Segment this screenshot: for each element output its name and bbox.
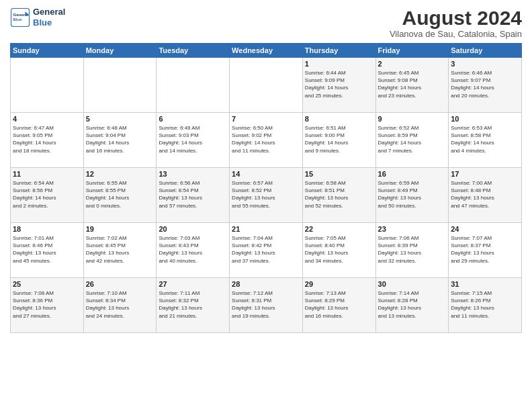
week-row-1: 1Sunrise: 6:44 AM Sunset: 9:09 PM Daylig… — [11, 58, 522, 113]
day-number: 16 — [378, 170, 447, 178]
day-number: 22 — [305, 225, 373, 233]
col-monday: Monday — [83, 44, 157, 58]
table-cell: 15Sunrise: 6:58 AM Sunset: 8:51 PM Dayli… — [302, 168, 375, 223]
table-cell — [83, 58, 157, 113]
day-info: Sunrise: 7:05 AM Sunset: 8:40 PM Dayligh… — [305, 234, 373, 265]
logo-text-blue: Blue — [33, 17, 65, 28]
table-cell: 31Sunrise: 7:15 AM Sunset: 8:26 PM Dayli… — [449, 278, 522, 333]
day-info: Sunrise: 7:04 AM Sunset: 8:42 PM Dayligh… — [232, 234, 300, 265]
day-info: Sunrise: 6:55 AM Sunset: 8:55 PM Dayligh… — [86, 179, 154, 210]
day-number: 15 — [305, 170, 373, 178]
day-number: 7 — [232, 115, 300, 123]
col-thursday: Thursday — [302, 44, 375, 58]
table-cell: 13Sunrise: 6:56 AM Sunset: 8:54 PM Dayli… — [157, 168, 230, 223]
table-cell: 22Sunrise: 7:05 AM Sunset: 8:40 PM Dayli… — [302, 223, 375, 278]
table-cell — [157, 58, 230, 113]
col-wednesday: Wednesday — [230, 44, 303, 58]
week-row-4: 18Sunrise: 7:01 AM Sunset: 8:46 PM Dayli… — [11, 223, 522, 278]
logo-icon: General Blue — [10, 7, 30, 28]
day-number: 28 — [232, 280, 300, 288]
day-info: Sunrise: 6:53 AM Sunset: 8:58 PM Dayligh… — [451, 124, 519, 154]
day-info: Sunrise: 7:10 AM Sunset: 8:34 PM Dayligh… — [86, 289, 154, 320]
day-number: 11 — [13, 170, 81, 178]
table-cell: 10Sunrise: 6:53 AM Sunset: 8:58 PM Dayli… — [449, 113, 522, 168]
calendar-table: Sunday Monday Tuesday Wednesday Thursday… — [10, 43, 522, 333]
day-info: Sunrise: 7:12 AM Sunset: 8:31 PM Dayligh… — [232, 289, 300, 320]
day-number: 31 — [451, 280, 519, 288]
logo: General Blue General Blue — [10, 7, 65, 28]
col-saturday: Saturday — [449, 44, 522, 58]
day-info: Sunrise: 7:06 AM Sunset: 8:39 PM Dayligh… — [378, 234, 447, 265]
day-number: 3 — [451, 60, 519, 68]
table-cell: 30Sunrise: 7:14 AM Sunset: 8:28 PM Dayli… — [375, 278, 449, 333]
page-container: General Blue General Blue August 2024 Vi… — [0, 0, 532, 411]
table-cell: 20Sunrise: 7:03 AM Sunset: 8:43 PM Dayli… — [157, 223, 230, 278]
table-cell: 8Sunrise: 6:51 AM Sunset: 9:00 PM Daylig… — [302, 113, 375, 168]
day-number: 12 — [86, 170, 154, 178]
day-number: 20 — [159, 225, 227, 233]
day-info: Sunrise: 7:15 AM Sunset: 8:26 PM Dayligh… — [451, 289, 519, 320]
svg-marker-3 — [26, 11, 30, 15]
table-cell: 11Sunrise: 6:54 AM Sunset: 8:56 PM Dayli… — [11, 168, 84, 223]
day-info: Sunrise: 7:13 AM Sunset: 8:29 PM Dayligh… — [305, 289, 373, 320]
table-cell: 6Sunrise: 6:49 AM Sunset: 9:03 PM Daylig… — [157, 113, 230, 168]
table-cell: 24Sunrise: 7:07 AM Sunset: 8:37 PM Dayli… — [449, 223, 522, 278]
month-year-title: August 2024 — [390, 7, 522, 29]
day-number: 14 — [232, 170, 300, 178]
svg-text:Blue: Blue — [13, 17, 23, 21]
day-number: 4 — [13, 115, 81, 123]
day-number: 19 — [86, 225, 154, 233]
table-cell — [230, 58, 303, 113]
week-row-3: 11Sunrise: 6:54 AM Sunset: 8:56 PM Dayli… — [11, 168, 522, 223]
day-info: Sunrise: 7:07 AM Sunset: 8:37 PM Dayligh… — [451, 234, 519, 265]
table-cell: 26Sunrise: 7:10 AM Sunset: 8:34 PM Dayli… — [83, 278, 157, 333]
title-block: August 2024 Vilanova de Sau, Catalonia, … — [390, 7, 522, 39]
calendar-body: 1Sunrise: 6:44 AM Sunset: 9:09 PM Daylig… — [11, 58, 522, 333]
day-number: 17 — [451, 170, 519, 178]
day-info: Sunrise: 6:46 AM Sunset: 9:07 PM Dayligh… — [451, 69, 519, 99]
table-cell: 16Sunrise: 6:59 AM Sunset: 8:49 PM Dayli… — [375, 168, 449, 223]
day-info: Sunrise: 6:57 AM Sunset: 8:52 PM Dayligh… — [232, 179, 300, 210]
day-info: Sunrise: 6:45 AM Sunset: 9:08 PM Dayligh… — [378, 69, 447, 99]
table-cell: 23Sunrise: 7:06 AM Sunset: 8:39 PM Dayli… — [375, 223, 449, 278]
col-sunday: Sunday — [11, 44, 84, 58]
day-number: 18 — [13, 225, 81, 233]
table-cell: 14Sunrise: 6:57 AM Sunset: 8:52 PM Dayli… — [230, 168, 303, 223]
day-info: Sunrise: 7:02 AM Sunset: 8:45 PM Dayligh… — [86, 234, 154, 265]
day-info: Sunrise: 6:56 AM Sunset: 8:54 PM Dayligh… — [159, 179, 227, 210]
location-subtitle: Vilanova de Sau, Catalonia, Spain — [390, 29, 522, 39]
week-row-2: 4Sunrise: 6:47 AM Sunset: 9:05 PM Daylig… — [11, 113, 522, 168]
day-info: Sunrise: 7:11 AM Sunset: 8:32 PM Dayligh… — [159, 289, 227, 320]
day-info: Sunrise: 7:03 AM Sunset: 8:43 PM Dayligh… — [159, 234, 227, 265]
day-number: 1 — [305, 60, 373, 68]
day-number: 30 — [378, 280, 447, 288]
table-cell: 19Sunrise: 7:02 AM Sunset: 8:45 PM Dayli… — [83, 223, 157, 278]
day-number: 6 — [159, 115, 227, 123]
day-number: 24 — [451, 225, 519, 233]
table-cell: 25Sunrise: 7:08 AM Sunset: 8:36 PM Dayli… — [11, 278, 84, 333]
day-info: Sunrise: 6:50 AM Sunset: 9:02 PM Dayligh… — [232, 124, 300, 154]
week-row-5: 25Sunrise: 7:08 AM Sunset: 8:36 PM Dayli… — [11, 278, 522, 333]
day-number: 26 — [86, 280, 154, 288]
day-number: 5 — [86, 115, 154, 123]
day-info: Sunrise: 6:48 AM Sunset: 9:04 PM Dayligh… — [86, 124, 154, 154]
day-info: Sunrise: 6:52 AM Sunset: 8:59 PM Dayligh… — [378, 124, 447, 154]
day-number: 29 — [305, 280, 373, 288]
day-info: Sunrise: 7:01 AM Sunset: 8:46 PM Dayligh… — [13, 234, 81, 265]
col-tuesday: Tuesday — [157, 44, 230, 58]
day-number: 9 — [378, 115, 447, 123]
day-number: 21 — [232, 225, 300, 233]
day-info: Sunrise: 6:58 AM Sunset: 8:51 PM Dayligh… — [305, 179, 373, 210]
day-number: 10 — [451, 115, 519, 123]
day-number: 13 — [159, 170, 227, 178]
table-cell: 9Sunrise: 6:52 AM Sunset: 8:59 PM Daylig… — [375, 113, 449, 168]
weekday-row: Sunday Monday Tuesday Wednesday Thursday… — [11, 44, 522, 58]
table-cell: 3Sunrise: 6:46 AM Sunset: 9:07 PM Daylig… — [449, 58, 522, 113]
day-number: 2 — [378, 60, 447, 68]
day-info: Sunrise: 7:08 AM Sunset: 8:36 PM Dayligh… — [13, 289, 81, 320]
table-cell: 29Sunrise: 7:13 AM Sunset: 8:29 PM Dayli… — [302, 278, 375, 333]
day-info: Sunrise: 6:59 AM Sunset: 8:49 PM Dayligh… — [378, 179, 447, 210]
table-cell: 17Sunrise: 7:00 AM Sunset: 8:48 PM Dayli… — [449, 168, 522, 223]
table-cell: 7Sunrise: 6:50 AM Sunset: 9:02 PM Daylig… — [230, 113, 303, 168]
day-number: 23 — [378, 225, 447, 233]
